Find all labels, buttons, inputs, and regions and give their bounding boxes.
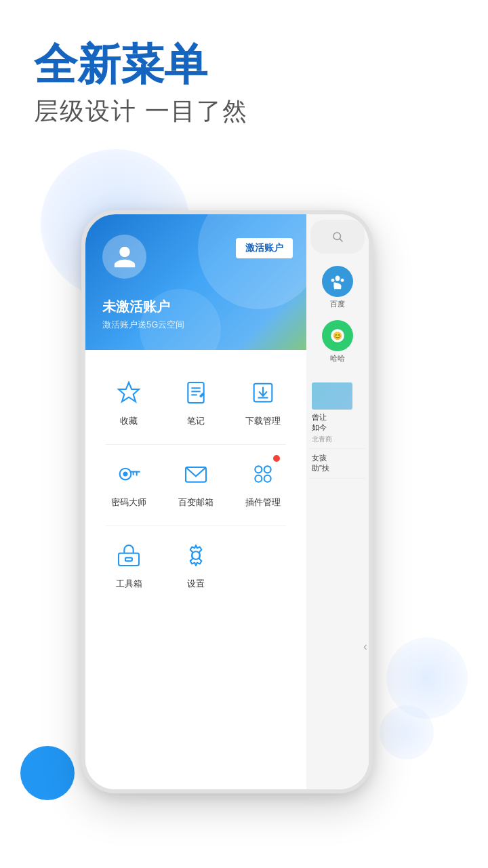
plugins-notification-dot (273, 455, 280, 462)
right-sidebar: 百度 😊 哈哈 (306, 214, 369, 789)
notes-icon-wrap (177, 374, 214, 411)
favorites-icon-wrap (110, 374, 148, 411)
activate-account-button[interactable]: 激活账户 (236, 238, 293, 258)
news-source-1: 北青商 (312, 435, 363, 444)
sidebar-item-baidu[interactable]: 百度 (306, 260, 369, 315)
svg-point-21 (333, 233, 341, 240)
sidebar-search[interactable] (310, 220, 365, 254)
news-item-1[interactable]: 曾让如今 北青商 (309, 376, 366, 449)
bg-decoration-circle-right2 (380, 705, 434, 760)
menu-item-toolbox[interactable]: 工具箱 (96, 526, 163, 600)
svg-line-22 (340, 239, 342, 241)
news-title-2: 女孩助"扶 (312, 453, 363, 474)
svg-point-16 (255, 475, 262, 481)
password-label: 密码大师 (111, 496, 146, 509)
menu-row-3: 工具箱 设置 (96, 526, 296, 600)
settings-label: 设置 (187, 578, 205, 590)
notes-label: 笔记 (187, 415, 205, 427)
bg-decoration-circle-blue (20, 746, 75, 800)
news-section: 曾让如今 北青商 女孩助"扶 (306, 376, 369, 479)
svg-point-12 (124, 472, 127, 475)
username-label: 未激活账户 (102, 298, 170, 316)
svg-point-15 (264, 466, 270, 473)
haha-label: 哈哈 (330, 353, 345, 363)
svg-point-17 (264, 475, 270, 481)
news-title-1: 曾让如今 (312, 412, 363, 433)
download-icon-wrap (244, 374, 281, 411)
mail-icon-wrap (177, 455, 214, 492)
menu-item-notes[interactable]: 笔记 (163, 363, 230, 437)
headline: 全新菜单 (34, 41, 248, 88)
subheadline: 层级设计 一目了然 (34, 95, 248, 128)
svg-marker-0 (119, 382, 139, 401)
mail-label: 百变邮箱 (178, 496, 214, 509)
menu-header: 激活账户 未激活账户 激活账户送5G云空间 (85, 214, 306, 350)
menu-item-plugins[interactable]: 插件管理 (229, 445, 296, 519)
menu-item-settings[interactable]: 设置 (163, 526, 230, 600)
menu-grid: 收藏 (85, 350, 306, 620)
news-thumb-1 (312, 382, 352, 410)
phone-mockup: 激活账户 未激活账户 激活账户送5G云空间 (81, 210, 373, 793)
download-label: 下载管理 (245, 415, 281, 427)
phone-screen: 激活账户 未激活账户 激活账户送5G云空间 (85, 214, 369, 789)
user-description: 激活账户送5G云空间 (102, 319, 184, 331)
header-section: 全新菜单 层级设计 一目了然 (34, 41, 248, 128)
plugins-icon-wrap (244, 455, 281, 492)
svg-point-20 (192, 551, 200, 559)
password-icon-wrap (110, 455, 148, 492)
avatar[interactable] (102, 235, 146, 279)
baidu-label: 百度 (330, 299, 345, 309)
menu-row-1: 收藏 (96, 363, 296, 437)
svg-rect-19 (125, 557, 132, 561)
menu-row-2: 密码大师 百变邮箱 (96, 445, 296, 519)
favorites-label: 收藏 (120, 415, 138, 427)
phone-body: 激活账户 未激活账户 激活账户送5G云空间 (81, 210, 373, 793)
baidu-icon (322, 266, 353, 297)
news-item-2[interactable]: 女孩助"扶 (309, 449, 366, 479)
menu-item-download[interactable]: 下载管理 (229, 363, 296, 437)
settings-icon-wrap (177, 536, 214, 574)
svg-rect-18 (119, 553, 139, 565)
avatar-circle (102, 235, 146, 279)
plugins-label: 插件管理 (245, 496, 281, 509)
menu-panel: 激活账户 未激活账户 激活账户送5G云空间 (85, 214, 306, 789)
svg-point-14 (255, 466, 262, 473)
menu-item-favorites[interactable]: 收藏 (96, 363, 163, 437)
menu-item-password[interactable]: 密码大师 (96, 445, 163, 519)
sidebar-items: 百度 😊 哈哈 (306, 260, 369, 369)
svg-text:😊: 😊 (333, 331, 342, 340)
toolbox-icon-wrap (110, 536, 148, 574)
toolbox-label: 工具箱 (116, 578, 142, 590)
haha-icon: 😊 (322, 320, 353, 351)
sidebar-item-haha[interactable]: 😊 哈哈 (306, 315, 369, 369)
menu-item-mail[interactable]: 百变邮箱 (163, 445, 230, 519)
sidebar-chevron-icon[interactable]: ‹ (363, 639, 367, 654)
svg-rect-1 (188, 382, 203, 403)
